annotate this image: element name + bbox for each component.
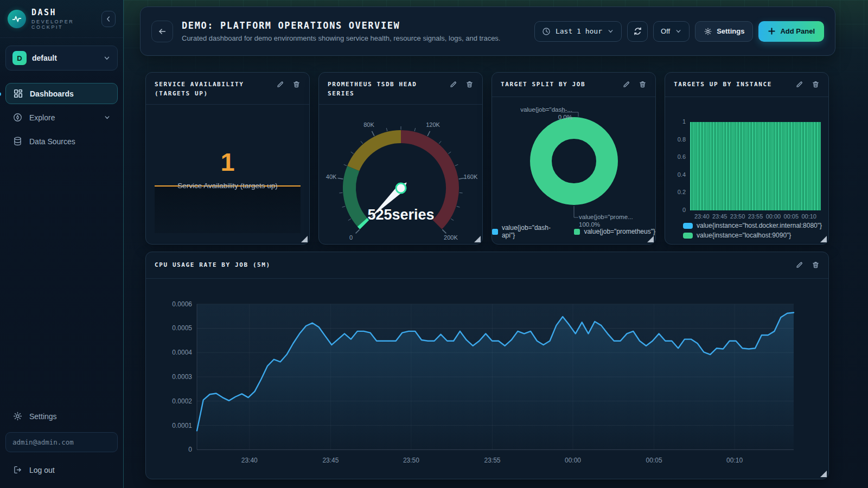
- svg-text:200K: 200K: [444, 234, 458, 241]
- chevron-down-icon: [675, 28, 682, 35]
- svg-text:23:40: 23:40: [241, 457, 258, 464]
- donut-callout-bottom: value{job="prome... 100.0%: [579, 213, 633, 229]
- svg-text:0: 0: [188, 446, 192, 453]
- workspace-selector[interactable]: D default: [5, 46, 118, 70]
- compass-icon: [12, 112, 23, 123]
- svg-text:23:55: 23:55: [484, 457, 500, 464]
- back-button[interactable]: [151, 21, 173, 42]
- grid-icon: [13, 88, 23, 99]
- sidebar-item-dashboards[interactable]: Dashboards: [5, 83, 118, 104]
- svg-text:0.0005: 0.0005: [172, 325, 192, 332]
- auto-refresh-picker[interactable]: Off: [653, 21, 690, 42]
- panel-resize-handle[interactable]: [647, 236, 654, 242]
- logout-button[interactable]: Log out: [5, 459, 118, 480]
- panel-title: SERVICE AVAILABILITY (TARGETS UP): [155, 80, 271, 98]
- settings-label: Settings: [717, 27, 744, 35]
- bars-legend: value{instance="host.docker.internal:808…: [683, 222, 822, 241]
- brand: DASH DEVELOPER COCKPIT: [0, 0, 123, 38]
- panel-resize-handle[interactable]: [301, 236, 308, 242]
- sidebar-item-label: Explore: [29, 113, 55, 122]
- logout-icon: [12, 465, 23, 475]
- time-range-picker[interactable]: Last 1 hour: [534, 21, 622, 42]
- svg-text:23:45: 23:45: [322, 457, 339, 464]
- stat-sparkline-area: [155, 185, 301, 233]
- svg-text:120K: 120K: [426, 121, 440, 128]
- svg-text:160K: 160K: [463, 174, 477, 180]
- stat-value: 1: [146, 149, 309, 175]
- edit-panel-icon[interactable]: [622, 80, 630, 91]
- brand-subtitle: DEVELOPER COCKPIT: [31, 19, 96, 30]
- sidebar-item-label: Settings: [29, 412, 57, 421]
- panel-resize-handle[interactable]: [820, 236, 827, 242]
- delete-panel-icon[interactable]: [465, 80, 474, 91]
- add-panel-button[interactable]: Add Panel: [758, 21, 824, 42]
- active-indicator-dot: [0, 92, 1, 96]
- panel-title: CPU USAGE RATE BY JOB (5M): [155, 260, 790, 269]
- panel-service-availability: SERVICE AVAILABILITY (TARGETS UP) 1 Serv…: [145, 72, 310, 245]
- chevron-down-icon: [103, 54, 111, 62]
- cpu-line-chart: 0.00060.00050.00040.00030.00020.0001023:…: [146, 278, 828, 479]
- sidebar-collapse-button[interactable]: [101, 11, 116, 27]
- panel-resize-handle[interactable]: [474, 236, 481, 242]
- panel-row-1: SERVICE AVAILABILITY (TARGETS UP) 1 Serv…: [145, 72, 829, 244]
- user-email: admin@admin.com: [5, 432, 118, 452]
- header-controls: Last 1 hour Off: [534, 21, 824, 42]
- legend-swatch: [492, 229, 498, 235]
- gauge-chart: 040K80K120K160K200K525series: [320, 112, 482, 242]
- brand-name: DASH: [31, 8, 96, 17]
- svg-text:525series: 525series: [367, 207, 434, 223]
- settings-button[interactable]: Settings: [695, 21, 753, 42]
- bars-series-area: [690, 122, 821, 210]
- delete-panel-icon[interactable]: [639, 80, 647, 91]
- legend-swatch: [683, 233, 693, 239]
- database-icon: [12, 136, 23, 146]
- legend-swatch: [574, 229, 580, 235]
- svg-text:0.0001: 0.0001: [172, 422, 192, 429]
- svg-text:00:10: 00:10: [726, 457, 743, 464]
- delete-panel-icon[interactable]: [292, 80, 301, 91]
- chevron-down-icon: [104, 114, 111, 121]
- add-panel-label: Add Panel: [780, 27, 815, 35]
- page-title: DEMO: PLATFORM OPERATIONS OVERVIEW: [182, 20, 500, 31]
- logout-label: Log out: [29, 466, 55, 474]
- edit-panel-icon[interactable]: [795, 261, 803, 271]
- time-range-value: Last 1 hour: [556, 27, 602, 35]
- sidebar: DASH DEVELOPER COCKPIT D default: [0, 0, 124, 488]
- edit-panel-icon[interactable]: [449, 80, 457, 91]
- sidebar-item-label: Data Sources: [29, 137, 75, 146]
- gear-icon: [704, 27, 712, 36]
- svg-text:0.0003: 0.0003: [172, 373, 192, 381]
- svg-text:00:00: 00:00: [565, 457, 581, 464]
- svg-text:00:05: 00:05: [646, 457, 662, 464]
- legend-item[interactable]: value{instance="localhost:9090"}: [683, 232, 822, 239]
- panel-resize-handle[interactable]: [820, 471, 827, 477]
- panel-title: TARGET SPLIT BY JOB: [501, 80, 617, 89]
- panel-title: PROMETHEUS TSDB HEAD SERIES: [328, 80, 444, 98]
- workspace-avatar: D: [12, 51, 27, 65]
- bars-x-axis: 23:4023:4523:5023:5500:0000:0500:10: [690, 213, 821, 220]
- sidebar-item-explore[interactable]: Explore: [5, 107, 118, 128]
- edit-panel-icon[interactable]: [276, 80, 284, 91]
- panel-target-split: TARGET SPLIT BY JOB value{job="dash-... …: [492, 72, 656, 245]
- svg-text:0.0006: 0.0006: [172, 300, 192, 308]
- sidebar-item-label: Dashboards: [30, 89, 74, 98]
- legend-item[interactable]: value{job="dash-api"}: [492, 224, 563, 239]
- sidebar-nav: Dashboards Explore Data So: [0, 80, 123, 155]
- sidebar-item-settings[interactable]: Settings: [5, 406, 118, 427]
- refresh-button[interactable]: [627, 21, 648, 42]
- main-area: DEMO: PLATFORM OPERATIONS OVERVIEW Curat…: [124, 0, 868, 488]
- workspace-name: default: [32, 54, 57, 62]
- chevron-down-icon: [607, 28, 614, 35]
- page-subtitle: Curated dashboard for demo environments …: [182, 34, 500, 42]
- delete-panel-icon[interactable]: [812, 261, 820, 271]
- edit-panel-icon[interactable]: [795, 80, 803, 91]
- app-logo-icon: [8, 10, 26, 28]
- arrow-left-icon: [157, 27, 167, 36]
- legend-swatch: [683, 223, 693, 229]
- auto-refresh-value: Off: [661, 27, 670, 35]
- legend-item[interactable]: value{instance="host.docker.internal:808…: [683, 222, 822, 229]
- panel-cpu-usage: CPU USAGE RATE BY JOB (5M) 0.00060.00050…: [145, 252, 829, 479]
- sidebar-item-data-sources[interactable]: Data Sources: [5, 131, 118, 152]
- delete-panel-icon[interactable]: [812, 80, 820, 91]
- refresh-icon: [633, 27, 642, 36]
